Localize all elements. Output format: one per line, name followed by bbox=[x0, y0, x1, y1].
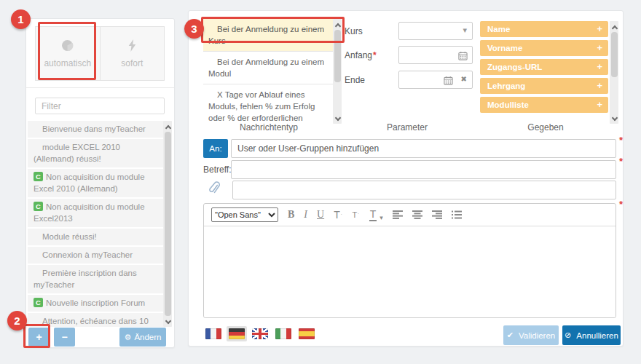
notification-list-item[interactable]: Première inscription dans myTeacher bbox=[28, 265, 163, 295]
notification-type-item[interactable]: Bei der Anmeldung zu einem Kurs bbox=[203, 19, 333, 52]
notification-list-item-label: Connexion à myTeacher bbox=[42, 250, 133, 259]
type-list-scrollbar[interactable] bbox=[333, 19, 342, 124]
param-token-label: Zugangs-URL bbox=[487, 63, 542, 71]
required-mark: * bbox=[619, 156, 623, 167]
scrollbar-thumb[interactable] bbox=[334, 30, 341, 82]
calendar-icon[interactable] bbox=[458, 50, 468, 63]
notification-list-item[interactable]: Connexion à myTeacher bbox=[28, 247, 163, 265]
required-mark: * bbox=[619, 199, 623, 210]
flag-icon bbox=[205, 328, 221, 339]
param-token-button[interactable]: Zugangs-URL + bbox=[480, 59, 608, 75]
message-body-input[interactable] bbox=[204, 226, 616, 317]
cancel-button-label: Annullieren bbox=[576, 331, 618, 340]
anfang-label: Anfang* bbox=[345, 50, 377, 60]
notification-list-item-label: Module réussi! bbox=[42, 232, 97, 241]
mode-toggle-group: automatisch sofort bbox=[35, 26, 165, 81]
mode-immediate-button[interactable]: sofort bbox=[100, 27, 165, 80]
scroll-up-icon[interactable] bbox=[611, 24, 617, 30]
anfang-date-input[interactable] bbox=[398, 46, 473, 64]
recipients-input[interactable] bbox=[231, 139, 616, 158]
language-flag-button[interactable] bbox=[203, 326, 224, 341]
scrollbar-thumb[interactable] bbox=[611, 32, 618, 77]
remove-notification-button[interactable]: − bbox=[54, 328, 75, 347]
scroll-down-icon[interactable] bbox=[334, 115, 340, 121]
param-token-label: Vorname bbox=[487, 44, 522, 52]
scroll-up-icon[interactable] bbox=[334, 22, 340, 28]
kurs-select[interactable]: ▾ bbox=[398, 22, 473, 40]
scroll-down-icon[interactable] bbox=[611, 115, 617, 121]
notification-list-item-label: Non acquisition du module Excel 2010 (Al… bbox=[34, 173, 145, 193]
plus-icon: + bbox=[597, 80, 602, 91]
param-token-button[interactable]: Vorname + bbox=[480, 40, 608, 56]
annotation-step-3: 3 bbox=[184, 19, 204, 39]
notification-list-scrollbar[interactable] bbox=[163, 121, 172, 327]
param-token-button[interactable]: Modulliste + bbox=[480, 97, 608, 113]
change-button-label: Ändern bbox=[134, 333, 161, 341]
notification-list-item[interactable]: CNon acquisition du module Excel 2010 (A… bbox=[28, 169, 163, 199]
to-button[interactable]: An: bbox=[203, 139, 228, 158]
clear-date-icon[interactable]: ✖ bbox=[461, 75, 467, 83]
ende-label: Ende bbox=[345, 75, 365, 85]
scroll-down-icon[interactable] bbox=[165, 318, 170, 324]
notification-type-item[interactable]: X Tage vor Ablauf eines Moduls, fehlen %… bbox=[203, 84, 333, 124]
notification-type-label: Bei der Anmeldung zu einem Kurs bbox=[208, 25, 324, 45]
mode-automatic-button[interactable]: automatisch bbox=[36, 27, 100, 80]
subject-input[interactable] bbox=[231, 160, 616, 179]
align-left-icon[interactable] bbox=[393, 210, 403, 219]
cancel-button[interactable]: ⊘ Annullieren bbox=[562, 325, 621, 345]
annotation-step-1: 1 bbox=[11, 9, 31, 29]
ende-date-input[interactable]: ✖ bbox=[398, 71, 473, 89]
notification-type-label: Bei der Anmeldung zu einem Modul bbox=[208, 58, 324, 78]
notification-type-list: Bei der Anmeldung zu einem Kurs Bei der … bbox=[203, 19, 333, 124]
bullet-list-icon[interactable] bbox=[452, 210, 462, 219]
globe-icon bbox=[61, 39, 74, 54]
validate-button-label: Validieren bbox=[519, 331, 555, 340]
attachment-input[interactable] bbox=[232, 181, 616, 199]
language-flag-button[interactable] bbox=[296, 326, 317, 341]
given-list-scrollbar[interactable] bbox=[610, 21, 618, 124]
mode-immediate-label: sofort bbox=[121, 58, 143, 68]
add-notification-button[interactable]: + bbox=[28, 328, 50, 347]
font-size-decrease-icon[interactable]: T˙ bbox=[352, 211, 359, 219]
notification-list-item[interactable]: Module réussi! bbox=[28, 229, 163, 247]
check-icon: ✔ bbox=[507, 331, 514, 340]
required-mark: * bbox=[373, 50, 377, 60]
column-header-parameter: Parameter bbox=[387, 122, 428, 132]
param-token-button[interactable]: Name + bbox=[480, 21, 608, 37]
language-flag-button[interactable] bbox=[250, 326, 270, 341]
language-flag-button[interactable] bbox=[227, 326, 247, 341]
mode-automatic-label: automatisch bbox=[44, 58, 91, 68]
annotation-step-2: 2 bbox=[7, 311, 27, 331]
notification-list-item[interactable]: CNouvelle inscription Forum bbox=[28, 295, 163, 313]
underline-icon[interactable]: U bbox=[317, 210, 324, 220]
align-right-icon[interactable] bbox=[432, 210, 442, 219]
align-center-icon[interactable] bbox=[412, 210, 422, 219]
calendar-icon[interactable] bbox=[444, 75, 453, 88]
validate-button[interactable]: ✔ Validieren bbox=[503, 325, 559, 345]
notification-list-item[interactable]: Bienvenue dans myTeacher bbox=[28, 121, 163, 139]
param-token-label: Name bbox=[487, 25, 510, 33]
flag-icon bbox=[299, 328, 315, 339]
paperclip-icon[interactable] bbox=[208, 181, 220, 199]
font-select[interactable]: "Open Sans" bbox=[211, 207, 278, 222]
text-color-icon[interactable]: T▾ bbox=[369, 209, 383, 221]
notification-list-item[interactable]: Attention, échéance dans 10 jours bbox=[28, 313, 163, 327]
scrollbar-thumb[interactable] bbox=[165, 132, 171, 316]
cancel-icon: ⊘ bbox=[565, 331, 571, 340]
language-flag-button[interactable] bbox=[273, 326, 294, 341]
flag-icon bbox=[275, 328, 291, 339]
notification-list-item[interactable]: module EXCEL 2010 (Allemand) réussi! bbox=[28, 139, 163, 169]
italic-icon[interactable]: I bbox=[304, 210, 307, 220]
change-button[interactable]: ⚙ Ändern bbox=[119, 328, 166, 347]
font-size-increase-icon[interactable]: T˙ bbox=[334, 210, 342, 220]
param-token-button[interactable]: Lehrgang + bbox=[480, 78, 608, 94]
param-token-label: Modulliste bbox=[487, 100, 529, 109]
notification-list-item-label: Non acquisition du module Excel2013 bbox=[34, 202, 145, 223]
scroll-up-icon[interactable] bbox=[165, 124, 170, 130]
notification-list-item[interactable]: CNon acquisition du module Excel2013 bbox=[28, 199, 163, 229]
required-mark: * bbox=[619, 135, 623, 146]
notification-type-item[interactable]: Bei der Anmeldung zu einem Modul bbox=[203, 52, 333, 84]
chevron-down-icon: ▾ bbox=[380, 215, 383, 221]
bold-icon[interactable]: B bbox=[288, 210, 294, 220]
filter-input[interactable] bbox=[35, 98, 165, 114]
